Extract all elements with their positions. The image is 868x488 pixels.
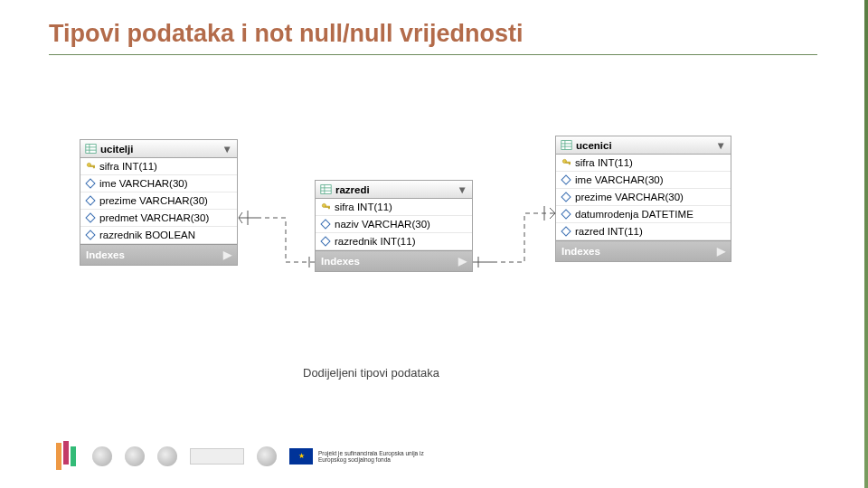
table-column: datumrodenja DATETIME (556, 206, 731, 223)
eu-funding-block: Projekt je sufinancirala Europska unija … (289, 448, 436, 465)
table-ucitelji: ucitelji ▼ sifra INT(11) ime VARCHAR(30)… (80, 139, 238, 266)
column-label: datumrodenja DATETIME (575, 209, 693, 220)
indexes-label: Indexes (321, 256, 360, 267)
chevron-right-icon: ▶ (458, 255, 467, 267)
partner-logo (257, 446, 277, 466)
table-header[interactable]: ucitelji ▼ (80, 140, 237, 158)
partner-logo (157, 446, 177, 466)
diagram-canvas: ucitelji ▼ sifra INT(11) ime VARCHAR(30)… (0, 0, 868, 488)
diamond-icon (561, 209, 571, 220)
table-column: razrednik BOOLEAN (80, 227, 237, 244)
svg-rect-6 (93, 166, 94, 167)
partner-logo (125, 446, 145, 466)
diamond-icon (561, 192, 571, 202)
svg-rect-7 (321, 185, 331, 194)
table-header[interactable]: razredi ▼ (316, 181, 472, 199)
column-label: sifra INT(11) (575, 157, 633, 168)
column-label: razrednik INT(11) (335, 236, 415, 247)
key-icon (85, 161, 96, 172)
column-label: naziv VARCHAR(30) (335, 219, 430, 230)
table-column: razred INT(11) (556, 223, 731, 240)
svg-rect-13 (328, 207, 329, 208)
indexes-header[interactable]: Indexes ▶ (80, 244, 237, 265)
diamond-icon (85, 195, 96, 206)
indexes-label: Indexes (561, 246, 600, 257)
table-column: prezime VARCHAR(30) (80, 192, 237, 210)
table-column: naziv VARCHAR(30) (316, 216, 472, 233)
chevron-down-icon: ▼ (222, 144, 232, 155)
diamond-icon (561, 226, 571, 237)
column-label: prezime VARCHAR(30) (575, 192, 684, 202)
svg-rect-0 (86, 145, 96, 154)
column-label: prezime VARCHAR(30) (99, 195, 208, 206)
chevron-down-icon: ▼ (716, 140, 726, 151)
diamond-icon (561, 174, 571, 185)
key-icon (320, 202, 331, 212)
table-name: razredi (335, 184, 370, 195)
diamond-icon (85, 212, 96, 223)
svg-rect-14 (561, 141, 571, 150)
indexes-header[interactable]: Indexes ▶ (316, 250, 472, 271)
diamond-icon (85, 230, 96, 240)
diamond-icon (320, 236, 331, 247)
table-header[interactable]: ucenici ▼ (556, 136, 731, 155)
table-ucenici: ucenici ▼ sifra INT(11) ime VARCHAR(30) … (555, 136, 731, 262)
column-label: sifra INT(11) (335, 202, 392, 212)
table-column: sifra INT(11) (80, 158, 237, 175)
table-razredi: razredi ▼ sifra INT(11) naziv VARCHAR(30… (315, 180, 473, 272)
column-label: predmet VARCHAR(30) (99, 212, 209, 223)
chevron-right-icon: ▶ (717, 245, 725, 258)
column-label: ime VARCHAR(30) (575, 174, 664, 185)
diagram-caption: Dodijeljeni tipovi podataka (303, 366, 439, 380)
eu-flag-icon (289, 448, 313, 465)
column-label: razred INT(11) (575, 226, 643, 237)
footer-logos: Projekt je sufinancirala Europska unija … (49, 441, 436, 472)
partner-logo (190, 448, 244, 465)
key-icon (561, 157, 571, 168)
table-icon (85, 143, 97, 155)
diamond-icon (85, 178, 96, 189)
column-label: ime VARCHAR(30) (99, 178, 188, 189)
table-column: ime VARCHAR(30) (556, 172, 731, 189)
table-column: razrednik INT(11) (316, 233, 472, 250)
chevron-right-icon: ▶ (223, 249, 231, 261)
table-name: ucenici (576, 140, 612, 151)
table-column: prezime VARCHAR(30) (556, 189, 731, 206)
table-column: sifra INT(11) (316, 199, 472, 216)
chevron-down-icon: ▼ (458, 184, 467, 195)
column-label: sifra INT(11) (99, 161, 157, 172)
column-label: razrednik BOOLEAN (99, 230, 195, 240)
table-column: predmet VARCHAR(30) (80, 210, 237, 227)
diamond-icon (320, 219, 331, 230)
svg-rect-20 (569, 163, 570, 164)
indexes-header[interactable]: Indexes ▶ (556, 240, 731, 261)
table-icon (561, 139, 572, 151)
indexes-label: Indexes (86, 249, 125, 260)
table-column: ime VARCHAR(30) (80, 175, 237, 192)
table-column: sifra INT(11) (556, 155, 731, 172)
partner-logo (92, 446, 112, 466)
table-name: ucitelji (100, 144, 133, 155)
brand-logo (49, 441, 80, 472)
table-icon (320, 183, 332, 195)
eu-funding-text: Projekt je sufinancirala Europska unija … (318, 450, 436, 463)
